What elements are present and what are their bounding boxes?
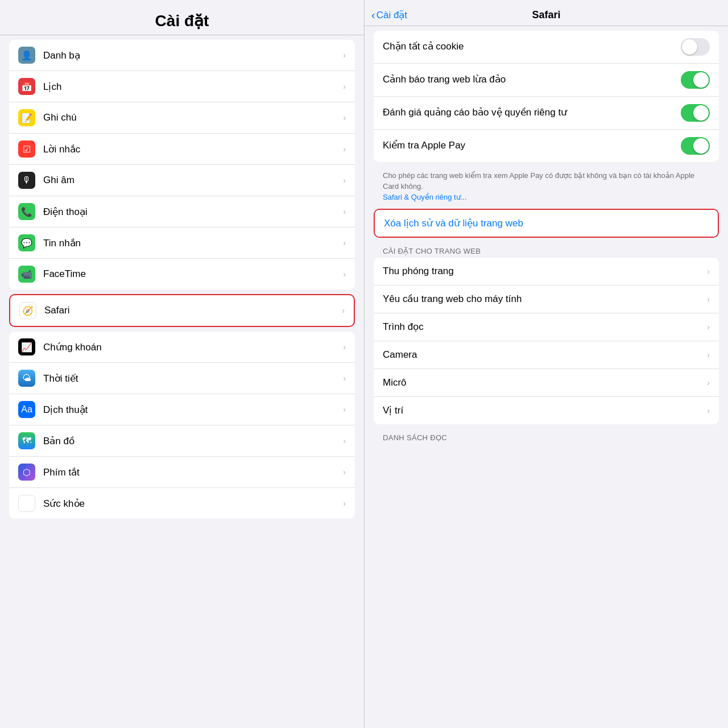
privacy-item-chan-tat-ca-cookie[interactable]: Chặn tất cả cookie <box>374 31 719 64</box>
safari-icon: 🧭 <box>19 302 36 319</box>
clear-history-button-wrapper: Xóa lịch sử và dữ liệu trang web <box>374 209 719 238</box>
chan-tat-ca-cookie-toggle[interactable] <box>681 38 710 56</box>
vi-tri-chevron: › <box>707 406 710 415</box>
settings-item-ban-do[interactable]: 🗺Bản đồ› <box>9 425 355 457</box>
ghi-chu-icon: 📝 <box>18 109 35 126</box>
canh-bao-trang-web-toggle[interactable] <box>681 71 710 89</box>
ban-do-icon: 🗺 <box>18 432 35 449</box>
dien-thoai-chevron: › <box>343 207 346 216</box>
trinh-doc-chevron: › <box>707 322 710 332</box>
web-settings-section-header: CÀI ĐẶT CHO TRANG WEB <box>365 242 728 258</box>
suc-khoe-icon: ❤ <box>18 495 35 512</box>
thu-phong-trang-chevron: › <box>707 267 710 276</box>
micro-chevron: › <box>707 378 710 387</box>
clear-history-label: Xóa lịch sử và dữ liệu trang web <box>384 217 709 229</box>
right-header: ‹ Cài đặt Safari <box>365 0 728 26</box>
web-settings-group: Thu phóng trang›Yêu cầu trang web cho má… <box>374 258 719 425</box>
back-button[interactable]: ‹ Cài đặt <box>371 9 407 22</box>
settings-item-phim-tat[interactable]: ⬡Phím tắt› <box>9 457 355 488</box>
trinh-doc-label: Trình đọc <box>383 321 707 333</box>
dich-thuat-chevron: › <box>343 405 346 414</box>
facetime-chevron: › <box>343 270 346 279</box>
privacy-item-kiem-tra-apple-pay[interactable]: Kiểm tra Apple Pay <box>374 130 719 162</box>
web-item-micro[interactable]: Micrô› <box>374 369 719 397</box>
phim-tat-chevron: › <box>343 468 346 477</box>
chung-khoan-chevron: › <box>343 342 346 351</box>
settings-item-ghi-am[interactable]: 🎙Ghi âm› <box>9 165 355 196</box>
ghi-am-chevron: › <box>343 176 346 185</box>
canh-bao-trang-web-label: Cảnh báo trang web lừa đảo <box>383 73 681 86</box>
privacy-item-danh-gia-quang-cao[interactable]: Đánh giá quảng cáo bảo vệ quyền riêng tư <box>374 97 719 130</box>
web-item-vi-tri[interactable]: Vị trí› <box>374 397 719 424</box>
privacy-item-canh-bao-trang-web[interactable]: Cảnh báo trang web lừa đảo <box>374 64 719 97</box>
dich-thuat-icon: Aa <box>18 401 35 418</box>
thoi-tiet-chevron: › <box>343 374 346 383</box>
danh-ba-label: Danh bạ <box>43 49 343 61</box>
back-label: Cài đặt <box>377 9 407 21</box>
loi-nhac-chevron: › <box>343 144 346 154</box>
micro-label: Micrô <box>383 377 707 389</box>
phim-tat-icon: ⬡ <box>18 464 35 481</box>
dich-thuat-label: Dịch thuật <box>43 404 343 416</box>
settings-item-facetime[interactable]: 📹FaceTime› <box>9 259 355 289</box>
kiem-tra-apple-pay-label: Kiểm tra Apple Pay <box>383 139 681 152</box>
dien-thoai-icon: 📞 <box>18 203 35 220</box>
settings-list: 👤Danh bạ›📅Lịch›📝Ghi chú›☑Lời nhắc›🎙Ghi â… <box>0 35 364 728</box>
settings-item-chung-khoan[interactable]: 📈Chứng khoán› <box>9 332 355 363</box>
yeu-cau-trang-web-chevron: › <box>707 295 710 304</box>
web-item-trinh-doc[interactable]: Trình đọc› <box>374 313 719 341</box>
apple-pay-info-text: Cho phép các trang web kiểm tra xem Appl… <box>383 171 694 191</box>
danh-ba-chevron: › <box>343 51 346 60</box>
settings-item-dich-thuat[interactable]: AaDịch thuật› <box>9 394 355 425</box>
safari-privacy-link[interactable]: Safari & Quyền riêng tư... <box>383 193 467 201</box>
dien-thoai-label: Điện thoại <box>43 206 343 218</box>
settings-item-tin-nhan[interactable]: 💬Tin nhắn› <box>9 228 355 259</box>
safari-wrapper: 🧭Safari› <box>9 294 355 327</box>
left-header: Cài đặt <box>0 0 364 35</box>
apple-pay-info: Cho phép các trang web kiểm tra xem Appl… <box>365 167 728 209</box>
settings-item-danh-ba[interactable]: 👤Danh bạ› <box>9 40 355 71</box>
camera-label: Camera <box>383 349 707 361</box>
right-content: Chặn tất cả cookieCảnh báo trang web lừa… <box>365 26 728 728</box>
web-item-thu-phong-trang[interactable]: Thu phóng trang› <box>374 258 719 286</box>
tin-nhan-chevron: › <box>343 238 346 247</box>
yeu-cau-trang-web-label: Yêu cầu trang web cho máy tính <box>383 293 707 305</box>
settings-item-loi-nhac[interactable]: ☑Lời nhắc› <box>9 134 355 165</box>
chan-tat-ca-cookie-label: Chặn tất cả cookie <box>383 40 681 53</box>
suc-khoe-label: Sức khỏe <box>43 498 343 510</box>
suc-khoe-chevron: › <box>343 499 346 508</box>
web-item-camera[interactable]: Camera› <box>374 341 719 369</box>
settings-item-dien-thoai[interactable]: 📞Điện thoại› <box>9 196 355 228</box>
web-item-yeu-cau-trang-web[interactable]: Yêu cầu trang web cho máy tính› <box>374 286 719 313</box>
ban-do-chevron: › <box>343 436 346 445</box>
ghi-am-label: Ghi âm <box>43 175 343 186</box>
facetime-label: FaceTime <box>43 268 343 280</box>
ghi-am-icon: 🎙 <box>18 172 35 189</box>
settings-item-ghi-chu[interactable]: 📝Ghi chú› <box>9 102 355 134</box>
left-panel: Cài đặt 👤Danh bạ›📅Lịch›📝Ghi chú›☑Lời nhắ… <box>0 0 364 728</box>
settings-item-lich[interactable]: 📅Lịch› <box>9 71 355 102</box>
camera-chevron: › <box>707 350 710 359</box>
right-title: Safari <box>532 9 560 21</box>
thoi-tiet-icon: 🌤 <box>18 370 35 387</box>
lich-chevron: › <box>343 82 346 91</box>
clear-history-button[interactable]: Xóa lịch sử và dữ liệu trang web <box>375 210 718 237</box>
settings-item-safari[interactable]: 🧭Safari› <box>9 294 355 327</box>
settings-item-suc-khoe[interactable]: ❤Sức khỏe› <box>9 488 355 519</box>
chung-khoan-label: Chứng khoán <box>43 341 343 353</box>
facetime-icon: 📹 <box>18 266 35 283</box>
safari-label: Safari <box>44 305 342 316</box>
safari-chevron: › <box>342 306 345 315</box>
kiem-tra-apple-pay-toggle[interactable] <box>681 137 710 155</box>
danh-gia-quang-cao-label: Đánh giá quảng cáo bảo vệ quyền riêng tư <box>383 106 681 119</box>
privacy-group: Chặn tất cả cookieCảnh báo trang web lừa… <box>374 31 719 162</box>
thu-phong-trang-label: Thu phóng trang <box>383 265 707 278</box>
ghi-chu-label: Ghi chú <box>43 112 343 123</box>
thoi-tiet-label: Thời tiết <box>43 373 343 384</box>
settings-group-apps-1: 👤Danh bạ›📅Lịch›📝Ghi chú›☑Lời nhắc›🎙Ghi â… <box>9 40 355 289</box>
settings-item-thoi-tiet[interactable]: 🌤Thời tiết› <box>9 363 355 394</box>
back-chevron-icon: ‹ <box>371 9 375 22</box>
loi-nhac-icon: ☑ <box>18 140 35 158</box>
phim-tat-label: Phím tắt <box>43 466 343 478</box>
danh-gia-quang-cao-toggle[interactable] <box>681 104 710 122</box>
